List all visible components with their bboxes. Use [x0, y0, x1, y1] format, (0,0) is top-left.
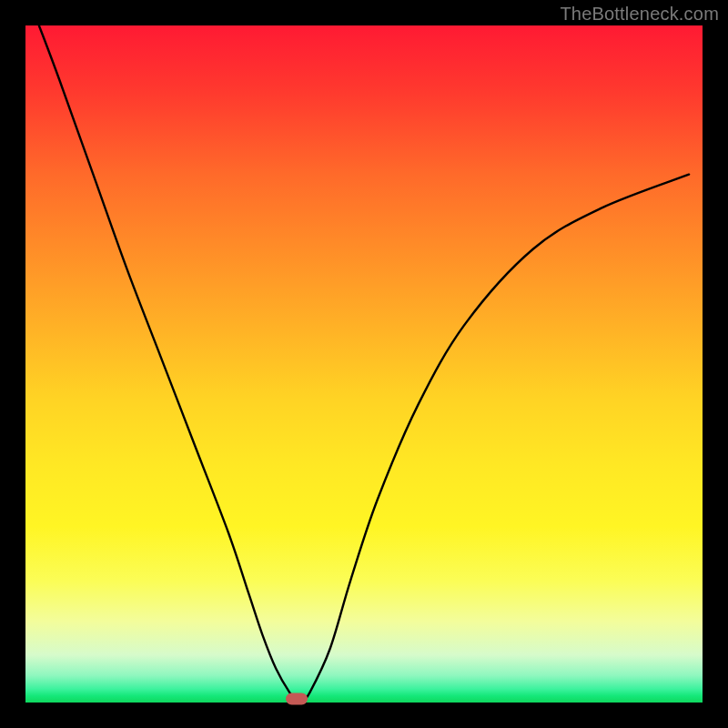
optimal-point-marker: [286, 693, 308, 705]
watermark-text: TheBottleneck.com: [560, 4, 719, 25]
chart-plot-area: [25, 25, 703, 703]
bottleneck-curve: [25, 25, 703, 703]
